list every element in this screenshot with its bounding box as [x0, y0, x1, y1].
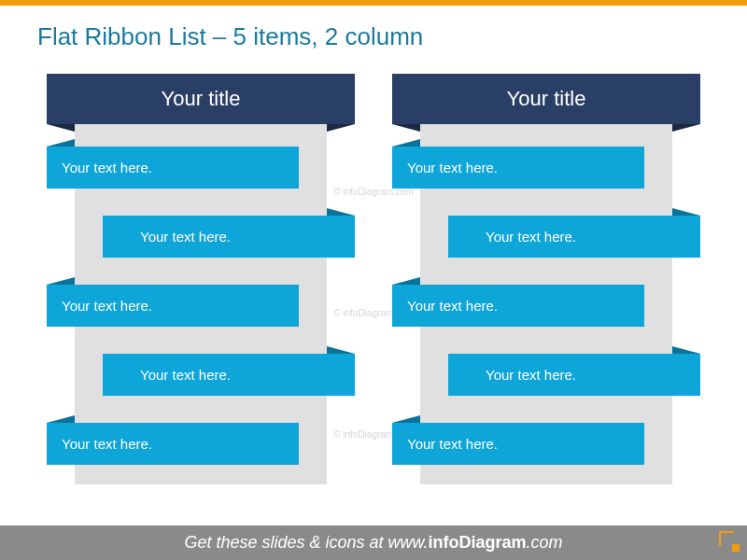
ribbon-item: Your text here.	[448, 354, 700, 396]
ribbon-item: Your text here.	[103, 354, 355, 396]
ribbon-item: Your text here.	[47, 147, 299, 189]
ribbon-item: Your text here.	[47, 285, 299, 327]
ribbon-item: Your text here.	[392, 423, 644, 465]
brand-icon	[719, 531, 740, 552]
footer-suffix: .com	[527, 533, 563, 552]
columns-container: Your title Your text here. Your text her…	[0, 51, 747, 484]
column-2: Your title Your text here. Your text her…	[392, 74, 700, 484]
ribbon-item: Your text here.	[448, 216, 700, 258]
ribbon-item: Your text here.	[392, 147, 644, 189]
footer-brand: infoDiagram	[429, 533, 527, 552]
footer: Get these slides & icons at www.infoDiag…	[0, 525, 747, 560]
page-title: Flat Ribbon List – 5 items, 2 column	[0, 6, 747, 51]
ribbon-item: Your text here.	[392, 285, 644, 327]
column-header: Your title	[47, 74, 355, 124]
column-1: Your title Your text here. Your text her…	[47, 74, 355, 484]
column-header: Your title	[392, 74, 700, 124]
ribbon-item: Your text here.	[47, 423, 299, 465]
ribbon-item: Your text here.	[103, 216, 355, 258]
footer-prefix: Get these slides & icons at www.	[184, 533, 428, 552]
